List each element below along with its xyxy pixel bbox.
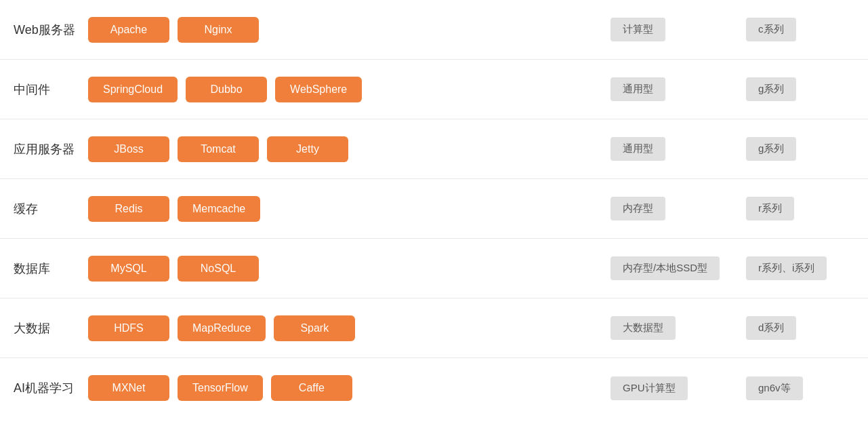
category-label: 数据库	[14, 260, 88, 277]
tags-container: ApacheNginx	[88, 17, 611, 43]
table-row: 数据库MySQLNoSQL内存型/本地SSD型r系列、i系列	[0, 239, 868, 298]
series-badge: r系列、i系列	[746, 256, 827, 280]
tag-item[interactable]: HDFS	[88, 315, 169, 341]
tags-container: JBossTomcatJetty	[88, 136, 611, 162]
tag-item[interactable]: MXNet	[88, 375, 169, 401]
series-column: r系列、i系列	[746, 256, 854, 280]
tag-item[interactable]: Caffe	[271, 375, 352, 401]
tag-item[interactable]: Dubbo	[186, 77, 267, 102]
series-column: g系列	[746, 77, 854, 101]
tags-container: MySQLNoSQL	[88, 256, 611, 282]
tags-container: SpringCloudDubboWebSphere	[88, 77, 611, 102]
tag-item[interactable]: WebSphere	[275, 77, 362, 102]
series-badge: r系列	[746, 197, 794, 220]
series-badge: d系列	[746, 316, 796, 340]
type-column: 通用型	[611, 77, 746, 101]
series-column: g系列	[746, 137, 854, 161]
type-badge: 大数据型	[611, 316, 676, 340]
category-label: 中间件	[14, 81, 88, 98]
tag-item[interactable]: Apache	[88, 17, 169, 43]
type-column: GPU计算型	[611, 376, 746, 400]
tag-item[interactable]: NoSQL	[178, 256, 259, 282]
type-column: 内存型/本地SSD型	[611, 256, 746, 280]
table-row: AI机器学习MXNetTensorFlowCaffeGPU计算型gn6v等	[0, 358, 868, 418]
series-column: c系列	[746, 18, 854, 41]
table-row: Web服务器ApacheNginx计算型c系列	[0, 0, 868, 60]
type-badge: 内存型	[611, 197, 665, 220]
tags-container: HDFSMapReduceSpark	[88, 315, 611, 341]
tag-item[interactable]: JBoss	[88, 136, 169, 162]
category-label: 应用服务器	[14, 141, 88, 157]
type-column: 内存型	[611, 197, 746, 220]
type-badge: 通用型	[611, 77, 665, 101]
type-badge: 内存型/本地SSD型	[611, 256, 720, 280]
category-label: Web服务器	[14, 22, 88, 38]
tag-item[interactable]: MapReduce	[178, 315, 266, 341]
series-column: d系列	[746, 316, 854, 340]
table-row: 大数据HDFSMapReduceSpark大数据型d系列	[0, 298, 868, 358]
series-badge: c系列	[746, 18, 796, 41]
tag-item[interactable]: Jetty	[267, 136, 348, 162]
series-badge: g系列	[746, 77, 796, 101]
series-badge: gn6v等	[746, 376, 803, 400]
type-badge: GPU计算型	[611, 376, 688, 400]
table-row: 应用服务器JBossTomcatJetty通用型g系列	[0, 119, 868, 179]
category-label: 大数据	[14, 320, 88, 336]
tags-container: MXNetTensorFlowCaffe	[88, 375, 611, 401]
type-column: 计算型	[611, 18, 746, 41]
category-label: 缓存	[14, 201, 88, 217]
main-table: Web服务器ApacheNginx计算型c系列中间件SpringCloudDub…	[0, 0, 868, 418]
type-badge: 计算型	[611, 18, 665, 41]
table-row: 中间件SpringCloudDubboWebSphere通用型g系列	[0, 60, 868, 119]
tag-item[interactable]: MySQL	[88, 256, 169, 282]
series-column: r系列	[746, 197, 854, 220]
table-row: 缓存RedisMemcache内存型r系列	[0, 179, 868, 239]
tag-item[interactable]: TensorFlow	[178, 375, 263, 401]
category-label: AI机器学习	[14, 380, 88, 396]
series-badge: g系列	[746, 137, 796, 161]
type-column: 通用型	[611, 137, 746, 161]
tag-item[interactable]: Memcache	[178, 196, 260, 222]
type-badge: 通用型	[611, 137, 665, 161]
type-column: 大数据型	[611, 316, 746, 340]
tag-item[interactable]: Nginx	[178, 17, 259, 43]
tag-item[interactable]: SpringCloud	[88, 77, 178, 102]
tag-item[interactable]: Tomcat	[178, 136, 259, 162]
tag-item[interactable]: Redis	[88, 196, 169, 222]
tag-item[interactable]: Spark	[274, 315, 355, 341]
tags-container: RedisMemcache	[88, 196, 611, 222]
series-column: gn6v等	[746, 376, 854, 400]
